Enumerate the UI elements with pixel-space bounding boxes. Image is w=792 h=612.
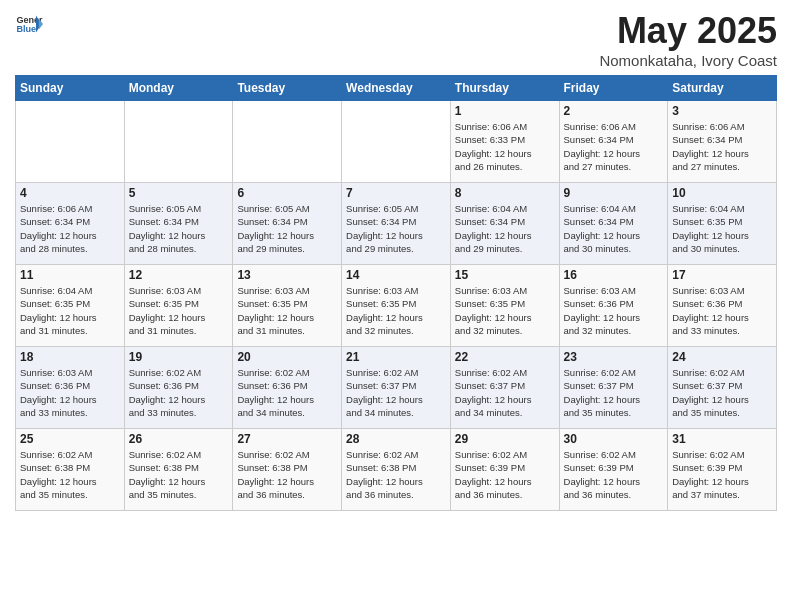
calendar-cell: 23Sunrise: 6:02 AM Sunset: 6:37 PM Dayli… <box>559 347 668 429</box>
calendar-cell: 7Sunrise: 6:05 AM Sunset: 6:34 PM Daylig… <box>342 183 451 265</box>
calendar-cell: 11Sunrise: 6:04 AM Sunset: 6:35 PM Dayli… <box>16 265 125 347</box>
calendar-cell: 26Sunrise: 6:02 AM Sunset: 6:38 PM Dayli… <box>124 429 233 511</box>
day-number: 23 <box>564 350 664 364</box>
day-info: Sunrise: 6:03 AM Sunset: 6:36 PM Dayligh… <box>20 366 120 419</box>
day-number: 31 <box>672 432 772 446</box>
weekday-header-tuesday: Tuesday <box>233 76 342 101</box>
calendar-cell: 25Sunrise: 6:02 AM Sunset: 6:38 PM Dayli… <box>16 429 125 511</box>
calendar-cell: 17Sunrise: 6:03 AM Sunset: 6:36 PM Dayli… <box>668 265 777 347</box>
day-info: Sunrise: 6:02 AM Sunset: 6:37 PM Dayligh… <box>455 366 555 419</box>
day-info: Sunrise: 6:02 AM Sunset: 6:39 PM Dayligh… <box>672 448 772 501</box>
day-number: 3 <box>672 104 772 118</box>
weekday-header-row: SundayMondayTuesdayWednesdayThursdayFrid… <box>16 76 777 101</box>
calendar-cell <box>342 101 451 183</box>
day-info: Sunrise: 6:02 AM Sunset: 6:38 PM Dayligh… <box>346 448 446 501</box>
day-number: 20 <box>237 350 337 364</box>
day-number: 7 <box>346 186 446 200</box>
day-number: 24 <box>672 350 772 364</box>
calendar-cell: 14Sunrise: 6:03 AM Sunset: 6:35 PM Dayli… <box>342 265 451 347</box>
calendar-cell: 22Sunrise: 6:02 AM Sunset: 6:37 PM Dayli… <box>450 347 559 429</box>
weekday-header-friday: Friday <box>559 76 668 101</box>
calendar-cell: 8Sunrise: 6:04 AM Sunset: 6:34 PM Daylig… <box>450 183 559 265</box>
main-title: May 2025 <box>599 10 777 52</box>
day-info: Sunrise: 6:04 AM Sunset: 6:35 PM Dayligh… <box>20 284 120 337</box>
weekday-header-thursday: Thursday <box>450 76 559 101</box>
title-area: May 2025 Nomonkataha, Ivory Coast <box>599 10 777 69</box>
day-number: 4 <box>20 186 120 200</box>
calendar-cell: 21Sunrise: 6:02 AM Sunset: 6:37 PM Dayli… <box>342 347 451 429</box>
calendar-cell: 13Sunrise: 6:03 AM Sunset: 6:35 PM Dayli… <box>233 265 342 347</box>
day-info: Sunrise: 6:04 AM Sunset: 6:34 PM Dayligh… <box>455 202 555 255</box>
week-row-4: 25Sunrise: 6:02 AM Sunset: 6:38 PM Dayli… <box>16 429 777 511</box>
day-info: Sunrise: 6:06 AM Sunset: 6:34 PM Dayligh… <box>20 202 120 255</box>
day-info: Sunrise: 6:06 AM Sunset: 6:34 PM Dayligh… <box>672 120 772 173</box>
day-number: 15 <box>455 268 555 282</box>
svg-text:Blue: Blue <box>16 24 36 34</box>
calendar-cell: 2Sunrise: 6:06 AM Sunset: 6:34 PM Daylig… <box>559 101 668 183</box>
day-info: Sunrise: 6:03 AM Sunset: 6:35 PM Dayligh… <box>129 284 229 337</box>
calendar-cell: 19Sunrise: 6:02 AM Sunset: 6:36 PM Dayli… <box>124 347 233 429</box>
day-number: 30 <box>564 432 664 446</box>
day-number: 11 <box>20 268 120 282</box>
day-info: Sunrise: 6:06 AM Sunset: 6:33 PM Dayligh… <box>455 120 555 173</box>
calendar-cell: 1Sunrise: 6:06 AM Sunset: 6:33 PM Daylig… <box>450 101 559 183</box>
day-number: 17 <box>672 268 772 282</box>
calendar-table: SundayMondayTuesdayWednesdayThursdayFrid… <box>15 75 777 511</box>
day-info: Sunrise: 6:02 AM Sunset: 6:38 PM Dayligh… <box>237 448 337 501</box>
day-number: 26 <box>129 432 229 446</box>
day-info: Sunrise: 6:02 AM Sunset: 6:37 PM Dayligh… <box>564 366 664 419</box>
day-info: Sunrise: 6:04 AM Sunset: 6:35 PM Dayligh… <box>672 202 772 255</box>
calendar-cell: 3Sunrise: 6:06 AM Sunset: 6:34 PM Daylig… <box>668 101 777 183</box>
calendar-cell: 24Sunrise: 6:02 AM Sunset: 6:37 PM Dayli… <box>668 347 777 429</box>
day-number: 10 <box>672 186 772 200</box>
calendar-cell: 16Sunrise: 6:03 AM Sunset: 6:36 PM Dayli… <box>559 265 668 347</box>
day-info: Sunrise: 6:02 AM Sunset: 6:37 PM Dayligh… <box>672 366 772 419</box>
day-number: 21 <box>346 350 446 364</box>
day-info: Sunrise: 6:03 AM Sunset: 6:35 PM Dayligh… <box>237 284 337 337</box>
day-info: Sunrise: 6:02 AM Sunset: 6:37 PM Dayligh… <box>346 366 446 419</box>
day-number: 1 <box>455 104 555 118</box>
day-number: 16 <box>564 268 664 282</box>
day-info: Sunrise: 6:03 AM Sunset: 6:36 PM Dayligh… <box>564 284 664 337</box>
day-number: 8 <box>455 186 555 200</box>
day-info: Sunrise: 6:04 AM Sunset: 6:34 PM Dayligh… <box>564 202 664 255</box>
day-number: 22 <box>455 350 555 364</box>
day-number: 14 <box>346 268 446 282</box>
calendar-cell: 9Sunrise: 6:04 AM Sunset: 6:34 PM Daylig… <box>559 183 668 265</box>
day-number: 2 <box>564 104 664 118</box>
calendar-cell <box>233 101 342 183</box>
logo-icon: General Blue <box>15 10 43 38</box>
day-number: 12 <box>129 268 229 282</box>
day-info: Sunrise: 6:05 AM Sunset: 6:34 PM Dayligh… <box>237 202 337 255</box>
day-number: 18 <box>20 350 120 364</box>
week-row-2: 11Sunrise: 6:04 AM Sunset: 6:35 PM Dayli… <box>16 265 777 347</box>
day-number: 25 <box>20 432 120 446</box>
week-row-3: 18Sunrise: 6:03 AM Sunset: 6:36 PM Dayli… <box>16 347 777 429</box>
logo: General Blue <box>15 10 43 38</box>
day-number: 13 <box>237 268 337 282</box>
day-number: 5 <box>129 186 229 200</box>
calendar-cell <box>124 101 233 183</box>
subtitle: Nomonkataha, Ivory Coast <box>599 52 777 69</box>
day-info: Sunrise: 6:02 AM Sunset: 6:38 PM Dayligh… <box>129 448 229 501</box>
week-row-0: 1Sunrise: 6:06 AM Sunset: 6:33 PM Daylig… <box>16 101 777 183</box>
calendar-cell: 18Sunrise: 6:03 AM Sunset: 6:36 PM Dayli… <box>16 347 125 429</box>
calendar-cell: 30Sunrise: 6:02 AM Sunset: 6:39 PM Dayli… <box>559 429 668 511</box>
weekday-header-saturday: Saturday <box>668 76 777 101</box>
day-number: 28 <box>346 432 446 446</box>
day-info: Sunrise: 6:02 AM Sunset: 6:36 PM Dayligh… <box>237 366 337 419</box>
calendar-cell: 31Sunrise: 6:02 AM Sunset: 6:39 PM Dayli… <box>668 429 777 511</box>
calendar-cell: 10Sunrise: 6:04 AM Sunset: 6:35 PM Dayli… <box>668 183 777 265</box>
day-info: Sunrise: 6:02 AM Sunset: 6:36 PM Dayligh… <box>129 366 229 419</box>
weekday-header-wednesday: Wednesday <box>342 76 451 101</box>
header: General Blue May 2025 Nomonkataha, Ivory… <box>15 10 777 69</box>
weekday-header-sunday: Sunday <box>16 76 125 101</box>
day-info: Sunrise: 6:02 AM Sunset: 6:38 PM Dayligh… <box>20 448 120 501</box>
day-info: Sunrise: 6:05 AM Sunset: 6:34 PM Dayligh… <box>129 202 229 255</box>
day-info: Sunrise: 6:03 AM Sunset: 6:35 PM Dayligh… <box>346 284 446 337</box>
calendar-cell: 4Sunrise: 6:06 AM Sunset: 6:34 PM Daylig… <box>16 183 125 265</box>
day-info: Sunrise: 6:02 AM Sunset: 6:39 PM Dayligh… <box>564 448 664 501</box>
calendar-cell: 28Sunrise: 6:02 AM Sunset: 6:38 PM Dayli… <box>342 429 451 511</box>
day-number: 19 <box>129 350 229 364</box>
calendar-cell: 29Sunrise: 6:02 AM Sunset: 6:39 PM Dayli… <box>450 429 559 511</box>
